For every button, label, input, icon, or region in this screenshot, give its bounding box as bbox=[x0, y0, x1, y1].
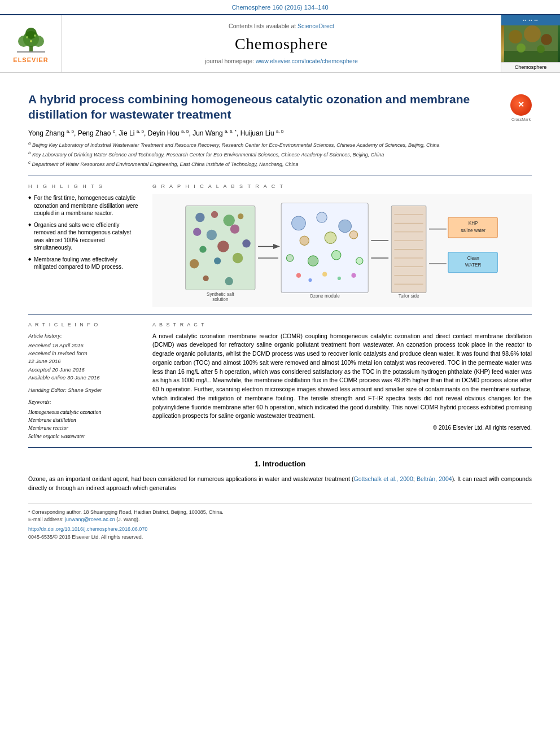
author-5: Jun Wang a, b, * bbox=[193, 129, 237, 137]
svg-point-40 bbox=[349, 231, 357, 239]
authors-line: Yong Zhang a, b, Peng Zhao c, Jie Li a, … bbox=[28, 128, 532, 138]
svg-text:Synthetic salt: Synthetic salt bbox=[207, 292, 235, 297]
svg-point-14 bbox=[517, 43, 526, 53]
journal-ref-line: Chemosphere 160 (2016) 134–140 bbox=[0, 0, 560, 12]
journal-ref-text: Chemosphere 160 (2016) 134–140 bbox=[231, 4, 328, 11]
page: Chemosphere 160 (2016) 134–140 bbox=[0, 0, 560, 747]
graphical-abstract-column: G R A P H I C A L A B S T R A C T bbox=[152, 183, 532, 308]
svg-point-35 bbox=[292, 216, 306, 230]
svg-point-44 bbox=[356, 257, 363, 264]
svg-point-46 bbox=[308, 278, 312, 282]
journal-homepage-line: journal homepage: www.elsevier.com/locat… bbox=[205, 57, 358, 65]
ref-gottschalk[interactable]: Gottschalk et al., 2000 bbox=[354, 475, 413, 482]
svg-point-19 bbox=[223, 215, 235, 226]
journal-thumbnail-area: ▪▪ ▪▪ ▪▪ Chemosphere bbox=[501, 15, 560, 72]
graphical-abstract-image: KHP saline water Clean WATER Synthetic s… bbox=[152, 194, 532, 307]
elsevier-tree-icon bbox=[11, 23, 51, 54]
email-line: E-mail address: junwang@rcees.ac.cn (J. … bbox=[28, 516, 532, 523]
highlight-item-2: Organics and salts were efficiently remo… bbox=[28, 221, 141, 252]
email-label: E-mail address: bbox=[28, 517, 64, 522]
svg-point-37 bbox=[339, 220, 352, 233]
highlight-item-3: Membrane fouling was effectively mitigat… bbox=[28, 256, 141, 271]
svg-point-42 bbox=[308, 256, 318, 266]
svg-point-45 bbox=[296, 273, 301, 278]
ref-beltran[interactable]: Beltrán, 2004 bbox=[417, 475, 452, 482]
svg-point-12 bbox=[541, 34, 552, 45]
svg-point-30 bbox=[203, 276, 209, 281]
elsevier-logo: ELSEVIER bbox=[11, 23, 51, 64]
article-info-column: A R T I C L E I N F O Article history: R… bbox=[28, 321, 141, 440]
graphical-abstract-label: G R A P H I C A L A B S T R A C T bbox=[152, 183, 532, 190]
revised-date: 12 June 2016 bbox=[28, 357, 141, 365]
abstract-label: A B S T R A C T bbox=[152, 321, 532, 329]
svg-text:KHP: KHP bbox=[469, 221, 478, 226]
keyword-4: Saline organic wastewater bbox=[28, 433, 141, 440]
introduction-title: 1. Introduction bbox=[28, 459, 532, 469]
sciencedirect-link[interactable]: ScienceDirect bbox=[298, 23, 334, 29]
journal-info-center: Contents lists available at ScienceDirec… bbox=[62, 15, 501, 72]
highlight-item-1: For the first time, homogeneous catalyti… bbox=[28, 194, 141, 217]
highlights-graphical-section: H I G H L I G H T S For the first time, … bbox=[28, 176, 532, 315]
highlights-column: H I G H L I G H T S For the first time, … bbox=[28, 183, 141, 308]
svg-rect-13 bbox=[504, 51, 558, 62]
svg-point-31 bbox=[225, 277, 233, 285]
svg-point-47 bbox=[322, 272, 327, 277]
handling-editor-text: Handling Editor: Shane Snyder bbox=[28, 386, 141, 394]
handling-editor: Handling Editor: Shane Snyder bbox=[28, 386, 141, 394]
introduction-section: 1. Introduction Ozone, as an important o… bbox=[28, 459, 532, 493]
svg-point-11 bbox=[524, 25, 541, 42]
keyword-3: Membrane reactor bbox=[28, 424, 141, 432]
journal-cover-image bbox=[501, 25, 560, 62]
article-title: A hybrid process combining homogeneous c… bbox=[28, 91, 532, 123]
svg-point-18 bbox=[211, 211, 218, 218]
introduction-text: Ozone, as an important oxidant agent, ha… bbox=[28, 475, 532, 493]
svg-point-10 bbox=[509, 30, 522, 43]
svg-point-41 bbox=[286, 255, 293, 261]
keywords-title: Keywords: bbox=[28, 399, 141, 406]
svg-point-6 bbox=[34, 34, 36, 37]
intro-paragraph: Ozone, as an important oxidant agent, ha… bbox=[28, 475, 532, 491]
svg-text:Ozone module: Ozone module bbox=[310, 294, 340, 299]
contents-text: Contents lists available at bbox=[229, 23, 296, 29]
svg-text:solution: solution bbox=[212, 297, 229, 302]
affil-a: a Beijing Key Laboratory of Industrial W… bbox=[28, 140, 532, 149]
elsevier-logo-area: ELSEVIER bbox=[0, 15, 62, 72]
journal-header-box: ELSEVIER Contents lists available at Sci… bbox=[0, 14, 560, 73]
author-1: Yong Zhang a, b bbox=[28, 129, 74, 137]
author-6: Huijuan Liu a, b bbox=[240, 129, 284, 137]
doi-line[interactable]: http://dx.doi.org/10.1016/j.chemosphere.… bbox=[28, 526, 532, 533]
contents-line: Contents lists available at ScienceDirec… bbox=[229, 22, 334, 30]
received-revised-label: Received in revised form bbox=[28, 350, 141, 357]
svg-point-39 bbox=[325, 232, 336, 244]
highlights-label: H I G H L I G H T S bbox=[28, 183, 141, 190]
affil-b: b Key Laboratory of Drinking Water Scien… bbox=[28, 150, 532, 159]
abstract-column: A B S T R A C T A novel catalytic ozonat… bbox=[152, 321, 532, 440]
svg-point-24 bbox=[199, 246, 206, 253]
svg-point-15 bbox=[537, 45, 545, 53]
issn-line: 0045-6535/© 2016 Elsevier Ltd. All right… bbox=[28, 534, 532, 541]
svg-point-23 bbox=[230, 225, 239, 234]
svg-point-17 bbox=[195, 213, 204, 222]
received-date: Received 18 April 2016 bbox=[28, 342, 141, 350]
email-suffix: (J. Wang). bbox=[116, 517, 139, 522]
crossmark-badge[interactable]: ✕ CrossMark bbox=[510, 94, 532, 123]
doi-text: http://dx.doi.org/10.1016/j.chemosphere.… bbox=[28, 526, 147, 532]
svg-point-48 bbox=[338, 277, 341, 280]
author-4: Deyin Hou a, b bbox=[148, 129, 189, 137]
copyright-notice: © 2016 Elsevier Ltd. All rights reserved… bbox=[152, 423, 532, 432]
available-date: Available online 30 June 2016 bbox=[28, 374, 141, 382]
affiliations: a Beijing Key Laboratory of Industrial W… bbox=[28, 140, 532, 168]
homepage-url[interactable]: www.elsevier.com/locate/chemosphere bbox=[256, 58, 358, 64]
email-link[interactable]: junwang@rcees.ac.cn bbox=[65, 517, 115, 522]
article-history: Article history: Received 18 April 2016 … bbox=[28, 332, 141, 382]
svg-point-25 bbox=[217, 241, 229, 252]
svg-point-43 bbox=[332, 251, 341, 260]
keyword-2: Membrane distillation bbox=[28, 416, 141, 424]
svg-point-36 bbox=[317, 212, 327, 222]
cover-art-icon bbox=[504, 25, 558, 62]
svg-point-21 bbox=[193, 228, 201, 236]
keywords-section: Keywords: Homogeneous catalytic ozonatio… bbox=[28, 399, 141, 440]
article-body: ✕ CrossMark A hybrid process combining h… bbox=[0, 73, 560, 552]
history-title: Article history: bbox=[28, 332, 141, 340]
affil-c: c Department of Water Resources and Envi… bbox=[28, 159, 532, 168]
